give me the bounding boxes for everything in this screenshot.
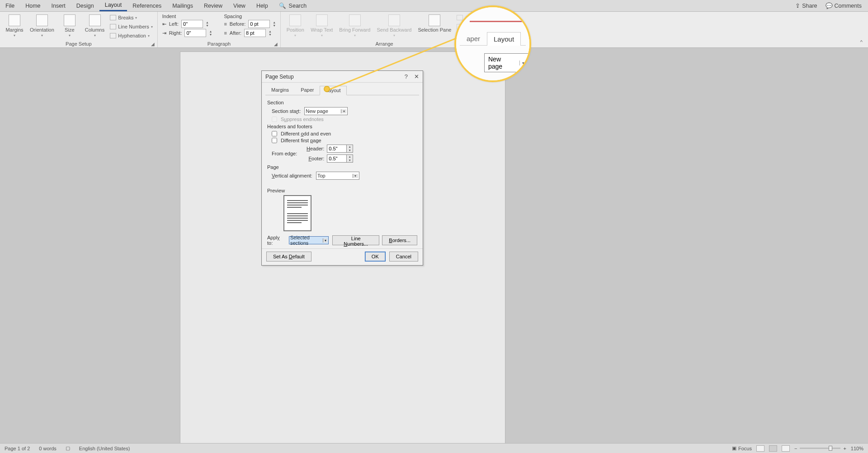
hyphenation-button[interactable]: Hyphenation▾ xyxy=(110,32,152,40)
status-word-count[interactable]: 0 words xyxy=(34,446,61,451)
group-label-arrange: Arrange xyxy=(285,40,483,47)
tab-file[interactable]: File xyxy=(0,0,20,11)
wrap-text-label: Wrap Text xyxy=(311,27,333,33)
set-as-default-button[interactable]: Set As Default xyxy=(266,252,311,262)
vertical-alignment-combo[interactable]: Top▾ xyxy=(316,172,359,180)
spinner-buttons[interactable]: ▲▼ xyxy=(269,30,272,36)
status-language[interactable]: English (United States) xyxy=(75,446,135,451)
collapse-ribbon-button[interactable]: ^ xyxy=(855,37,868,47)
breaks-button[interactable]: Breaks▾ xyxy=(110,14,152,22)
columns-button[interactable]: Columns▾ xyxy=(84,14,105,38)
status-page[interactable]: Page 1 of 2 xyxy=(0,446,34,451)
share-button[interactable]: ⇪ Share xyxy=(795,2,817,9)
footer-input[interactable] xyxy=(327,154,347,163)
zoom-out-button[interactable]: − xyxy=(794,446,797,451)
indent-right-input[interactable] xyxy=(184,29,206,37)
zoom-in-button[interactable]: + xyxy=(843,446,846,451)
margins-button[interactable]: Margins▾ xyxy=(5,14,24,38)
tab-home[interactable]: Home xyxy=(20,0,46,11)
chevron-down-icon: ▾ xyxy=(14,33,15,37)
indent-left-input[interactable] xyxy=(181,20,203,28)
zoom-thumb[interactable] xyxy=(829,446,832,451)
close-button[interactable]: ✕ xyxy=(414,73,419,80)
focus-mode-button[interactable]: ▣Focus xyxy=(732,445,752,451)
tab-design[interactable]: Design xyxy=(71,0,99,11)
columns-label: Columns xyxy=(85,27,104,33)
bring-forward-label: Bring Forward xyxy=(339,27,370,33)
page-setup-dialog: Page Setup ? ✕ Margins Paper Layout Sect… xyxy=(261,70,423,266)
group-label-page-setup: Page Setup xyxy=(66,41,92,47)
different-odd-even-checkbox[interactable] xyxy=(272,131,277,136)
help-button[interactable]: ? xyxy=(405,73,408,80)
dialog-launcher-icon[interactable]: ◢ xyxy=(274,42,278,47)
different-first-page-label: Different first page xyxy=(281,138,321,143)
zoom-tab-layout: Layout xyxy=(487,32,521,46)
size-icon xyxy=(64,14,75,26)
zoom-tab-paper: aper xyxy=(460,32,487,45)
tab-mailings[interactable]: Mailings xyxy=(167,0,198,11)
share-icon: ⇪ xyxy=(795,2,800,9)
print-layout-button[interactable] xyxy=(769,445,777,452)
zoom-slider[interactable]: − + xyxy=(794,446,846,451)
apply-to-value: Selected sections xyxy=(290,235,323,246)
section-start-combo[interactable]: New page▾ xyxy=(304,107,348,115)
preview-thumbnail xyxy=(283,195,311,231)
line-numbers-button[interactable]: Line Numbers▾ xyxy=(110,23,152,31)
space-before-input[interactable] xyxy=(248,20,270,28)
orientation-button[interactable]: Orientation▾ xyxy=(29,14,55,38)
ok-button[interactable]: OK xyxy=(365,252,386,262)
different-odd-even-label: Different odd and even xyxy=(281,131,331,136)
send-backward-label: Send Backward xyxy=(377,27,411,33)
chevron-down-icon: ▾ xyxy=(148,34,150,38)
dialog-tab-margins[interactable]: Margins xyxy=(265,85,295,95)
cancel-button[interactable]: Cancel xyxy=(389,252,418,262)
suppress-endnotes-label: Suppress endnotes xyxy=(281,117,324,122)
align-icon xyxy=(457,15,463,20)
tab-view[interactable]: View xyxy=(228,0,251,11)
zoom-track[interactable] xyxy=(800,448,840,449)
zoom-level[interactable]: 110% xyxy=(851,446,863,451)
position-label: Position xyxy=(287,27,304,33)
spinner-buttons[interactable]: ▲▼ xyxy=(347,154,353,163)
borders-button[interactable]: Borders... xyxy=(382,235,417,245)
space-before-icon: ≡ xyxy=(224,21,226,27)
position-button: Position▾ xyxy=(285,14,305,38)
tab-help[interactable]: Help xyxy=(251,0,274,11)
send-backward-icon xyxy=(388,14,400,26)
size-button[interactable]: Size▾ xyxy=(60,14,80,38)
search-icon: 🔍 xyxy=(279,2,286,9)
apply-to-combo[interactable]: Selected sections▾ xyxy=(289,236,329,244)
chevron-down-icon: ▾ xyxy=(135,16,137,20)
dialog-tab-paper[interactable]: Paper xyxy=(295,85,320,95)
dialog-title: Page Setup xyxy=(265,74,294,80)
status-proofing-icon[interactable]: ▢ xyxy=(61,445,75,451)
spinner-buttons[interactable]: ▲▼ xyxy=(347,145,353,153)
chevron-down-icon: ▾ xyxy=(69,33,71,37)
space-after-input[interactable] xyxy=(244,29,266,37)
spinner-buttons[interactable]: ▲▼ xyxy=(273,21,276,27)
indent-right-label: Right: xyxy=(169,30,182,36)
suppress-endnotes-checkbox xyxy=(272,117,277,122)
tab-review[interactable]: Review xyxy=(198,0,228,11)
tab-references[interactable]: References xyxy=(127,0,167,11)
spinner-buttons[interactable]: ▲▼ xyxy=(206,21,209,27)
tell-me-search[interactable]: 🔍 Search xyxy=(274,2,312,9)
section-start-label: Section start: xyxy=(272,108,301,114)
web-layout-button[interactable] xyxy=(782,445,790,452)
selection-pane-button[interactable]: Selection Pane xyxy=(417,14,452,33)
read-mode-button[interactable] xyxy=(756,445,764,452)
selection-pane-label: Selection Pane xyxy=(418,27,451,33)
different-first-page-checkbox[interactable] xyxy=(272,138,277,143)
tab-layout[interactable]: Layout xyxy=(99,0,127,11)
comments-button[interactable]: 💬 Comments xyxy=(826,2,862,9)
line-numbers-button[interactable]: Line Numbers... xyxy=(332,235,379,245)
preview-heading: Preview xyxy=(267,188,417,193)
spinner-buttons[interactable]: ▲▼ xyxy=(209,30,212,36)
header-input[interactable] xyxy=(327,145,347,153)
size-label: Size xyxy=(65,27,74,33)
from-edge-label: From edge: xyxy=(272,151,297,156)
send-backward-button: Send Backward▾ xyxy=(376,14,412,38)
indent-heading: Indent xyxy=(162,14,212,19)
dialog-launcher-icon[interactable]: ◢ xyxy=(151,42,155,47)
tab-insert[interactable]: Insert xyxy=(46,0,71,11)
